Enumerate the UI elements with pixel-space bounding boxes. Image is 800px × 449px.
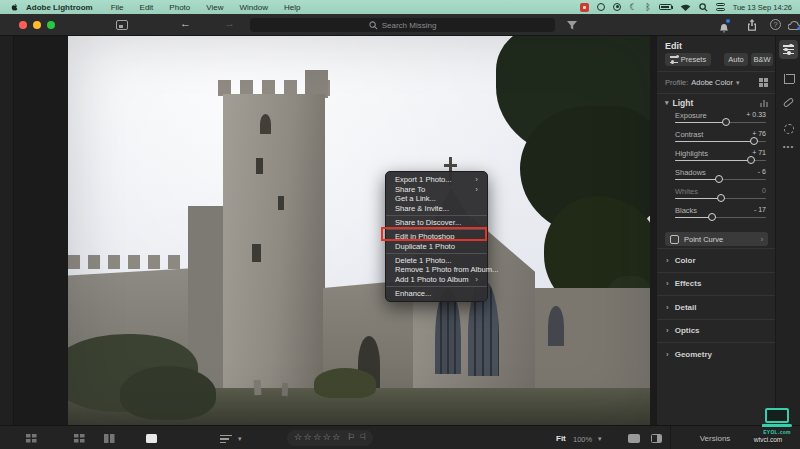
slider-track[interactable] [675,217,766,219]
menu-item-share-to[interactable]: Share To› [386,185,487,195]
versions-button[interactable]: Versions [690,434,740,443]
menubar-item-window[interactable]: Window [231,3,275,12]
slider-knob[interactable] [708,213,716,221]
auto-button[interactable]: Auto [724,53,748,66]
section-geometry[interactable]: ›Geometry [657,342,776,366]
filter-funnel-icon[interactable] [567,21,577,30]
close-window-button[interactable] [19,21,27,29]
menu-item-delete-1-photo[interactable]: Delete 1 Photo... [386,255,487,265]
menubar-item-help[interactable]: Help [276,3,308,12]
profile-grid-icon[interactable] [759,78,768,87]
crop-tool-button[interactable] [779,69,798,88]
histogram-icon[interactable] [760,100,768,107]
presets-button[interactable]: Presets [665,53,711,66]
panel-toggle-icon[interactable] [651,434,662,443]
menu-item-duplicate-1-photo[interactable]: Duplicate 1 Photo [386,241,487,251]
bluetooth-icon[interactable]: ᛒ [645,3,650,12]
screen-record-icon[interactable] [580,3,589,12]
edit-panel-title: Edit [665,41,682,51]
back-button[interactable]: ← [180,17,191,29]
slider-track[interactable] [675,198,766,200]
bw-button[interactable]: B&W [751,53,773,66]
slider-knob[interactable] [747,156,755,164]
zoom-chevron-icon[interactable]: ▾ [598,435,602,443]
star-icon[interactable]: ☆ [294,432,302,442]
compare-view-icon[interactable] [104,434,115,443]
slider-track[interactable] [675,141,766,143]
star-icon[interactable]: ☆ [323,432,331,442]
fullscreen-window-button[interactable] [47,21,55,29]
masking-tool-button[interactable] [779,119,798,138]
my-photos-grid-icon[interactable] [116,20,128,30]
spotlight-icon[interactable] [699,3,708,12]
section-color[interactable]: ›Color [657,248,776,272]
help-icon[interactable]: ? [770,19,781,30]
menu-item-get-a-link[interactable]: Get a Link... [386,194,487,204]
slider-whites: Whites0 [657,186,776,205]
section-optics[interactable]: ›Optics [657,319,776,343]
section-detail[interactable]: ›Detail [657,295,776,319]
circle-a-icon[interactable] [597,3,605,11]
slider-knob[interactable] [717,194,725,202]
sort-icon[interactable] [220,435,232,443]
section-effects[interactable]: ›Effects [657,272,776,296]
star-icon[interactable]: ☆ [304,432,312,442]
circle-b-icon[interactable] [613,3,621,11]
pick-flag-icon[interactable]: ⚐ [347,432,355,442]
photo-canvas-church-image[interactable] [68,36,650,425]
slider-value: + 76 [752,130,766,137]
star-icon[interactable]: ☆ [332,432,340,442]
star-rating[interactable]: ☆☆☆☆☆ [294,432,340,442]
healing-tool-button[interactable] [779,93,798,112]
menubar-item-view[interactable]: View [198,3,231,12]
minimize-window-button[interactable] [33,21,41,29]
left-collapsed-rail[interactable] [0,36,14,425]
menu-item-share-to-discover[interactable]: Share to Discover... [386,218,487,228]
slider-label: Contrast [675,130,703,139]
share-icon[interactable] [747,19,757,31]
photo-grid-view-icon[interactable] [26,434,37,443]
slider-track[interactable] [675,179,766,181]
menubar-item-adobe-lightroom[interactable]: Adobe Lightroom [19,3,103,12]
cloud-sync-icon[interactable] [788,21,800,30]
menu-item-share-invite[interactable]: Share & Invite... [386,204,487,214]
reject-flag-icon[interactable]: ⚐ [359,432,367,442]
forward-button[interactable]: → [224,17,235,29]
slider-knob[interactable] [715,175,723,183]
light-section-header[interactable]: ▾ Light [665,98,768,108]
flag-controls[interactable]: ⚐ ⚐ [347,432,367,442]
zoom-fit-label[interactable]: Fit [556,434,566,443]
menu-item-export-1-photo[interactable]: Export 1 Photo...› [386,175,487,185]
slider-shadows: Shadows- 6 [657,167,776,186]
slideshow-icon[interactable] [628,434,640,443]
menu-item-remove-1-photo-from-album[interactable]: Remove 1 Photo from Album... [386,265,487,275]
point-curve-button[interactable]: Point Curve › [665,232,768,246]
battery-icon[interactable] [659,4,672,10]
menu-item-add-1-photo-to-album[interactable]: Add 1 Photo to Album› [386,274,487,284]
wifi-icon[interactable] [680,3,691,12]
sort-chevron-icon[interactable]: ▾ [238,435,242,443]
control-center-icon[interactable] [716,3,725,11]
menubar-clock[interactable]: Tue 13 Sep 14:26 [733,3,792,12]
search-input[interactable]: Search Missing [250,18,555,32]
lightroom-app-window: Adobe LightroomFileEditPhotoViewWindowHe… [0,0,800,449]
slider-knob[interactable] [722,118,730,126]
slider-knob[interactable] [750,137,758,145]
apple-menu-icon[interactable] [10,2,19,12]
notifications-bell-icon[interactable] [719,20,729,38]
masking-icon [784,124,794,134]
more-tools-button[interactable]: ••• [779,137,798,156]
slider-track[interactable] [675,122,766,124]
menubar-item-photo[interactable]: Photo [161,3,198,12]
star-icon[interactable]: ☆ [313,432,321,442]
profile-row[interactable]: Profile: Adobe Color ▾ [665,78,768,87]
slider-track[interactable] [675,160,766,162]
menubar-item-file[interactable]: File [103,3,132,12]
edit-tool-button[interactable] [779,40,798,59]
square-grid-view-icon[interactable] [74,434,85,443]
menubar-item-edit[interactable]: Edit [132,3,162,12]
detail-view-icon[interactable] [146,434,157,443]
menu-item-enhance[interactable]: Enhance... [386,288,487,298]
moon-icon[interactable]: ☾ [629,3,637,12]
zoom-level-label[interactable]: 100% [573,435,592,444]
